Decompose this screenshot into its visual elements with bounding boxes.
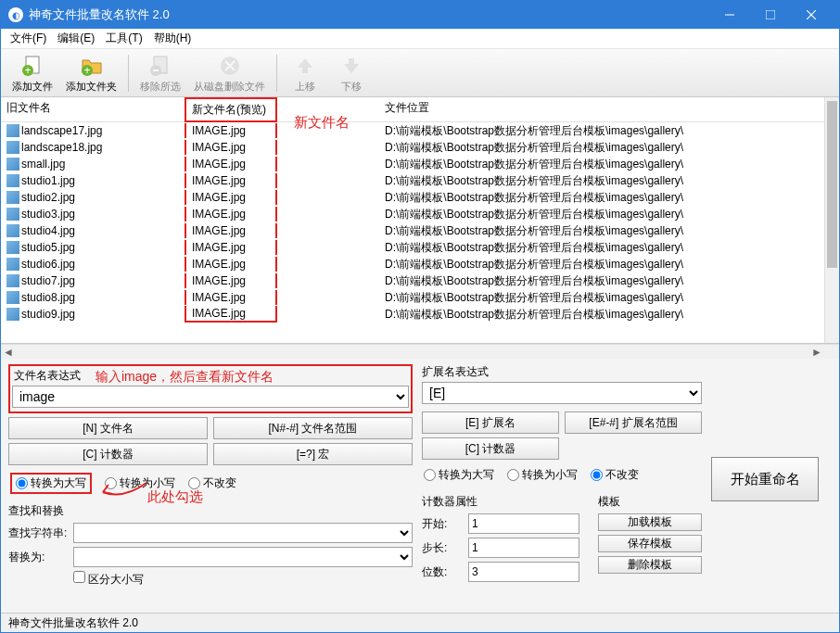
add-folder-icon: + (79, 53, 105, 79)
replace-label: 替换为: (8, 550, 68, 565)
close-button[interactable] (791, 1, 832, 29)
move-down-button[interactable]: 下移 (329, 51, 374, 95)
app-icon: ◐ (8, 7, 23, 22)
vertical-scrollbar[interactable] (824, 97, 839, 343)
file-rows[interactable]: landscape17.jpgIMAGE.jpgD:\前端模板\Bootstra… (1, 122, 824, 323)
table-row[interactable]: studio4.jpgIMAGE.jpgD:\前端模板\Bootstrap数据分… (1, 222, 824, 239)
load-template-button[interactable]: 加载模板 (598, 513, 702, 531)
file-icon (6, 274, 19, 287)
status-text: 神奇文件批量改名软件 2.0 (8, 615, 138, 631)
table-row[interactable]: studio2.jpgIMAGE.jpgD:\前端模板\Bootstrap数据分… (1, 189, 824, 206)
file-icon (6, 208, 19, 221)
btn-c-counter[interactable]: [C] 计数器 (8, 443, 208, 465)
svg-rect-1 (766, 10, 775, 19)
scroll-right-icon[interactable]: ► (809, 345, 824, 359)
btn-ext-counter[interactable]: [C] 计数器 (422, 437, 559, 460)
btn-e-range[interactable]: [E#-#] 扩展名范围 (565, 411, 702, 434)
find-label: 查找字符串: (8, 525, 68, 541)
horizontal-scrollbar[interactable]: ◄ ► (1, 344, 839, 359)
toolbar: + 添加文件 + 添加文件夹 移除所选 从磁盘删除文件 上移 下移 (1, 49, 839, 97)
remove-icon (147, 53, 173, 79)
column-location[interactable]: 文件位置 (379, 97, 824, 122)
start-rename-button[interactable]: 开始重命名 (711, 457, 819, 501)
add-folder-button[interactable]: + 添加文件夹 (60, 51, 122, 95)
delete-icon (217, 53, 243, 79)
table-row[interactable]: studio6.jpgIMAGE.jpgD:\前端模板\Bootstrap数据分… (1, 256, 824, 272)
file-icon (6, 158, 19, 171)
move-up-button[interactable]: 上移 (283, 51, 327, 95)
menu-bar: 文件(F) 编辑(E) 工具(T) 帮助(H) (1, 29, 839, 49)
svg-text:+: + (83, 64, 90, 77)
btn-macro[interactable]: [=?] 宏 (213, 443, 413, 465)
annotation-input-hint: 输入image，然后查看新文件名 (95, 369, 274, 386)
scrollbar-thumb[interactable] (827, 101, 837, 268)
replace-with-input[interactable] (73, 547, 413, 567)
file-icon (6, 141, 19, 154)
toolbar-separator (276, 55, 277, 92)
save-template-button[interactable]: 保存模板 (598, 535, 702, 552)
table-row[interactable]: studio3.jpgIMAGE.jpgD:\前端模板\Bootstrap数据分… (1, 206, 824, 222)
ext-expr-input[interactable]: [E] (422, 382, 702, 404)
table-row[interactable]: studio8.jpgIMAGE.jpgD:\前端模板\Bootstrap数据分… (1, 289, 824, 306)
menu-edit[interactable]: 编辑(E) (52, 29, 100, 48)
radio-lowercase[interactable]: 转换为小写 (105, 475, 175, 491)
ext-radio-uppercase[interactable]: 转换为大写 (424, 467, 494, 483)
table-row[interactable]: small.jpgIMAGE.jpgD:\前端模板\Bootstrap数据分析管… (1, 156, 824, 172)
arrow-up-icon (292, 53, 318, 79)
arrow-down-icon (338, 53, 364, 79)
svg-text:+: + (24, 64, 31, 77)
counter-digits-input[interactable] (468, 562, 579, 582)
counter-start-input[interactable] (468, 513, 579, 534)
column-old-name[interactable]: 旧文件名 (1, 97, 185, 122)
ext-radio-nochange[interactable]: 不改变 (591, 467, 639, 483)
scroll-left-icon[interactable]: ◄ (1, 345, 16, 359)
table-row[interactable]: studio7.jpgIMAGE.jpgD:\前端模板\Bootstrap数据分… (1, 272, 824, 289)
file-icon (6, 124, 19, 137)
menu-tools[interactable]: 工具(T) (100, 29, 147, 48)
controls-panel: 文件名表达式 输入image，然后查看新文件名 image [N] 文件名 [N… (1, 359, 839, 613)
search-replace-label: 查找和替换 (8, 503, 413, 519)
filename-expr-input[interactable]: image (12, 386, 409, 408)
menu-help[interactable]: 帮助(H) (148, 29, 197, 48)
maximize-button[interactable] (750, 1, 791, 29)
file-icon (6, 191, 19, 204)
title-bar: ◐ 神奇文件批量改名软件 2.0 (1, 1, 839, 29)
toolbar-separator (128, 55, 129, 92)
menu-file[interactable]: 文件(F) (5, 29, 52, 48)
find-string-input[interactable] (73, 523, 413, 543)
table-row[interactable]: studio9.jpgIMAGE.jpgD:\前端模板\Bootstrap数据分… (1, 306, 824, 323)
counter-label: 计数器属性 (422, 494, 579, 510)
file-icon (6, 258, 19, 271)
template-label: 模板 (598, 494, 702, 510)
table-row[interactable]: landscape18.jpgIMAGE.jpgD:\前端模板\Bootstra… (1, 139, 824, 156)
minimize-button[interactable] (709, 1, 750, 29)
file-icon (6, 291, 19, 304)
radio-nochange[interactable]: 不改变 (188, 475, 236, 491)
add-file-button[interactable]: + 添加文件 (6, 51, 58, 95)
delete-from-disk-button[interactable]: 从磁盘删除文件 (188, 51, 271, 95)
radio-uppercase[interactable]: 转换为大写 (16, 475, 86, 491)
table-row[interactable]: studio1.jpgIMAGE.jpgD:\前端模板\Bootstrap数据分… (1, 172, 824, 189)
table-row[interactable]: studio5.jpgIMAGE.jpgD:\前端模板\Bootstrap数据分… (1, 239, 824, 256)
add-file-icon: + (19, 53, 45, 79)
btn-n-range[interactable]: [N#-#] 文件名范围 (213, 417, 413, 439)
counter-step-input[interactable] (468, 538, 579, 558)
case-sensitive-checkbox[interactable]: 区分大小写 (73, 571, 413, 588)
window-title: 神奇文件批量改名软件 2.0 (29, 6, 709, 23)
file-list-area: 旧文件名 新文件名(预览) 文件位置 landscape17.jpgIMAGE.… (1, 97, 839, 344)
column-new-name[interactable]: 新文件名(预览) (185, 97, 277, 122)
btn-e-ext[interactable]: [E] 扩展名 (422, 411, 559, 434)
file-icon (6, 308, 19, 321)
ext-case-options: 转换为大写 转换为小写 不改变 (422, 463, 702, 487)
btn-n-filename[interactable]: [N] 文件名 (8, 417, 208, 439)
delete-template-button[interactable]: 删除模板 (598, 556, 702, 574)
remove-selected-button[interactable]: 移除所选 (134, 51, 186, 95)
filename-case-options: 转换为大写 转换为小写 不改变 (8, 469, 413, 498)
ext-radio-lowercase[interactable]: 转换为小写 (507, 467, 578, 483)
filename-expression-group: 文件名表达式 输入image，然后查看新文件名 image (8, 364, 413, 413)
status-bar: 神奇文件批量改名软件 2.0 (1, 613, 839, 633)
table-row[interactable]: landscape17.jpgIMAGE.jpgD:\前端模板\Bootstra… (1, 122, 824, 139)
file-icon (6, 174, 19, 187)
file-icon (6, 241, 19, 254)
file-icon (6, 224, 19, 237)
